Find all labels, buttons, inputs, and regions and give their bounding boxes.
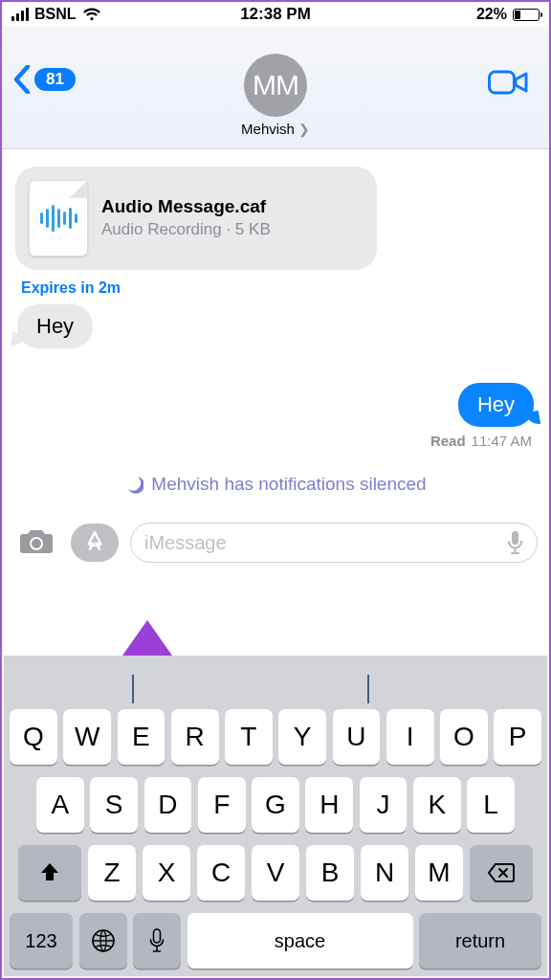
key-d[interactable]: D <box>144 777 192 833</box>
space-key[interactable]: space <box>187 913 413 969</box>
key-l[interactable]: L <box>467 777 515 833</box>
key-h[interactable]: H <box>305 777 353 833</box>
message-placeholder: iMessage <box>144 532 227 554</box>
key-i[interactable]: I <box>386 709 434 765</box>
apps-button[interactable] <box>71 523 119 562</box>
mic-icon <box>149 928 165 953</box>
key-s[interactable]: S <box>90 777 138 833</box>
read-receipt: Read 11:47 AM <box>15 433 536 449</box>
shift-key[interactable] <box>18 845 81 901</box>
svg-point-2 <box>32 539 41 548</box>
moon-icon <box>124 475 143 494</box>
read-label: Read <box>430 433 466 449</box>
compose-bar: iMessage <box>2 513 549 574</box>
conversation-header: 81 MM Mehvish ❯ <box>2 27 549 149</box>
contact-name-button[interactable]: Mehvish ❯ <box>241 121 310 137</box>
dictation-key[interactable] <box>133 913 181 969</box>
keyboard-row-4: 123 space return <box>4 913 547 969</box>
key-z[interactable]: Z <box>88 845 137 901</box>
key-c[interactable]: C <box>197 845 246 901</box>
expiry-label[interactable]: Expires in 2m <box>21 279 536 297</box>
mic-icon[interactable] <box>507 530 523 555</box>
conversation-pane: Audio Message.caf Audio Recording · 5 KB… <box>2 149 549 513</box>
key-g[interactable]: G <box>252 777 299 833</box>
avatar[interactable]: MM <box>244 54 307 117</box>
numbers-key[interactable]: 123 <box>10 913 73 969</box>
key-f[interactable]: F <box>198 777 246 833</box>
key-j[interactable]: J <box>360 777 408 833</box>
facetime-button[interactable] <box>488 69 528 100</box>
audio-subtitle: Audio Recording · 5 KB <box>101 219 271 239</box>
audio-file-icon <box>29 180 88 256</box>
globe-icon <box>91 928 116 953</box>
svg-rect-5 <box>154 929 161 943</box>
key-a[interactable]: A <box>36 777 84 833</box>
key-r[interactable]: R <box>171 709 219 765</box>
silenced-text: Mehvish has notifications silenced <box>151 474 426 495</box>
text-caret <box>367 675 369 703</box>
key-b[interactable]: B <box>306 845 355 901</box>
contact-name-label: Mehvish <box>241 121 295 137</box>
shift-icon <box>38 861 61 884</box>
message-input[interactable]: iMessage <box>130 523 538 563</box>
status-bar: BSNL 12:38 PM 22% <box>2 2 549 27</box>
battery-icon <box>513 9 540 21</box>
chevron-right-icon: ❯ <box>298 122 310 137</box>
keyboard: Q W E R T Y U I O P A S D F G H J K L Z … <box>4 656 547 976</box>
keyboard-row-1: Q W E R T Y U I O P <box>4 709 547 765</box>
key-y[interactable]: Y <box>278 709 326 765</box>
clock: 12:38 PM <box>2 5 549 24</box>
key-t[interactable]: T <box>225 709 273 765</box>
key-e[interactable]: E <box>118 709 165 765</box>
audio-attachment-bubble[interactable]: Audio Message.caf Audio Recording · 5 KB <box>15 167 377 270</box>
keyboard-row-2: A S D F G H J K L <box>4 777 547 833</box>
svg-rect-0 <box>490 72 515 93</box>
camera-button[interactable] <box>17 525 59 560</box>
globe-key[interactable] <box>79 913 127 969</box>
key-q[interactable]: Q <box>10 709 57 765</box>
appstore-icon <box>82 530 107 555</box>
notifications-silenced-banner[interactable]: Mehvish has notifications silenced <box>15 474 536 495</box>
key-n[interactable]: N <box>361 845 409 901</box>
key-w[interactable]: W <box>63 709 111 765</box>
key-u[interactable]: U <box>333 709 381 765</box>
key-p[interactable]: P <box>494 709 541 765</box>
text-caret <box>132 675 134 703</box>
key-o[interactable]: O <box>440 709 488 765</box>
return-key[interactable]: return <box>419 913 541 969</box>
keyboard-row-3: Z X C V B N M <box>4 845 547 901</box>
key-x[interactable]: X <box>143 845 191 901</box>
received-message[interactable]: Hey <box>17 304 93 348</box>
read-time: 11:47 AM <box>472 433 532 449</box>
audio-filename: Audio Message.caf <box>101 196 271 217</box>
svg-rect-3 <box>512 531 518 545</box>
backspace-icon <box>487 862 516 883</box>
key-v[interactable]: V <box>252 845 300 901</box>
backspace-key[interactable] <box>470 845 533 901</box>
sent-message[interactable]: Hey <box>458 383 534 427</box>
key-m[interactable]: M <box>415 845 464 901</box>
key-k[interactable]: K <box>413 777 461 833</box>
